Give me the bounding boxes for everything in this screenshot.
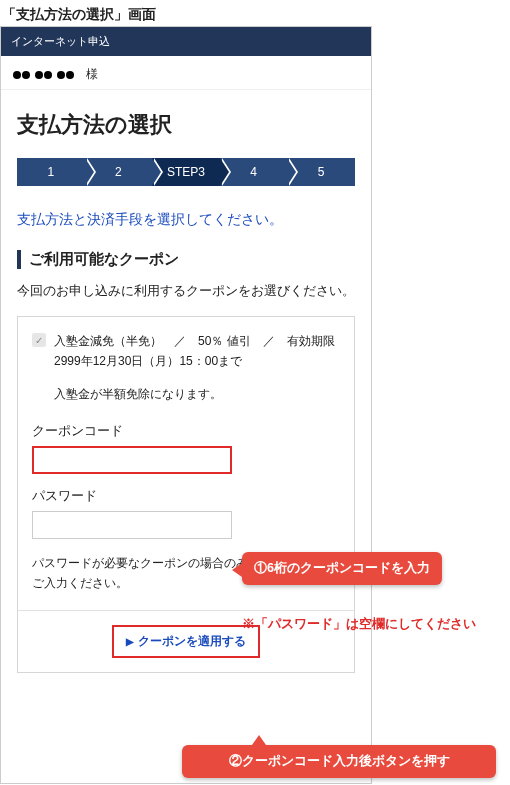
page-title: 支払方法の選択 (17, 110, 355, 140)
apply-coupon-button[interactable]: ▶クーポンを適用する (112, 625, 260, 658)
app-bar-title: インターネット申込 (11, 35, 110, 47)
screen-caption: 「支払方法の選択」画面 (0, 0, 510, 26)
coupon-section-desc: 今回のお申し込みに利用するクーポンをお選びください。 (17, 281, 355, 302)
app-bar: インターネット申込 (1, 27, 371, 56)
coupon-code-label: クーポンコード (32, 423, 340, 440)
callout-password-note: ※「パスワード」は空欄にしてください (242, 616, 476, 633)
user-row: 様 (1, 56, 371, 90)
password-input[interactable] (32, 511, 232, 539)
device-frame: インターネット申込 様 支払方法の選択 1 2 STEP3 4 5 支払方法と決… (0, 26, 372, 784)
coupon-section-title: ご利用可能なクーポン (17, 250, 355, 269)
coupon-code-input[interactable] (32, 446, 232, 474)
stepper: 1 2 STEP3 4 5 (17, 158, 355, 186)
coupon-item-note: 入塾金が半額免除になります。 (54, 386, 340, 403)
password-label: パスワード (32, 488, 340, 505)
stage: 「支払方法の選択」画面 インターネット申込 様 支払方法の選択 1 2 STEP… (0, 0, 510, 785)
step-1: 1 (17, 158, 85, 186)
callout-code: ①6桁のクーポンコードを入力 (242, 552, 442, 585)
checkmark-icon[interactable]: ✓ (32, 333, 46, 347)
coupon-item-text: 入塾金減免（半免） ／ 50％ 値引 ／ 有効期限 2999年12月30日（月）… (54, 334, 347, 368)
chevron-right-icon: ▶ (126, 636, 134, 647)
masked-name-icon (13, 71, 75, 79)
apply-coupon-label: クーポンを適用する (138, 634, 246, 648)
coupon-item[interactable]: ✓ 入塾金減免（半免） ／ 50％ 値引 ／ 有効期限 2999年12月30日（… (32, 331, 340, 372)
user-suffix: 様 (86, 67, 98, 81)
main-content: 支払方法の選択 1 2 STEP3 4 5 支払方法と決済手段を選択してください… (1, 90, 371, 689)
callout-apply: ②クーポンコード入力後ボタンを押す (182, 745, 496, 778)
lead-text: 支払方法と決済手段を選択してください。 (17, 208, 355, 232)
